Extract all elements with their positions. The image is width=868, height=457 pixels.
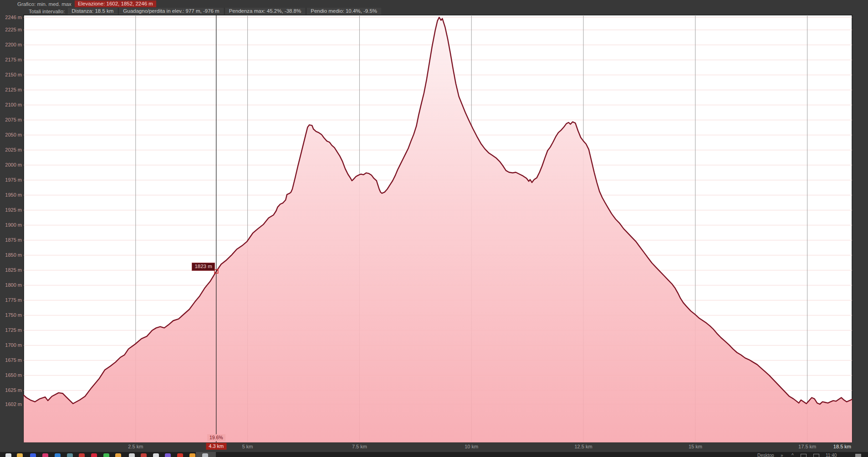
y-axis-label: 1875 m	[0, 237, 22, 243]
cursor-elevation-tooltip: 1823 m	[192, 263, 214, 271]
elevation-profile-chart[interactable]	[0, 0, 868, 452]
y-axis-label: 1675 m	[0, 357, 22, 363]
y-axis-label: 1800 m	[0, 282, 22, 288]
x-axis-label: 17.5 km	[798, 444, 816, 449]
red5-app-icon[interactable]	[177, 453, 183, 457]
cursor-grade-badge: 19.6%	[207, 434, 225, 441]
y-axis-label: 1775 m	[0, 297, 22, 303]
y-axis-label: 1700 m	[0, 342, 22, 348]
x-axis-label: 2.5 km	[128, 444, 143, 449]
y-axis-label: 2225 m	[0, 27, 22, 33]
active-app-icon[interactable]	[202, 453, 208, 457]
y-axis-label: 1725 m	[0, 327, 22, 333]
windows-taskbar[interactable]: Desktop » ^ 11:40	[0, 452, 868, 457]
y-axis-label: 2100 m	[0, 102, 22, 108]
x-axis-label: 5 km	[242, 444, 253, 449]
red-circle-app-icon[interactable]	[79, 453, 85, 457]
x-axis-label: 15 km	[689, 444, 702, 449]
y-axis-label: 2150 m	[0, 72, 22, 78]
whatsapp-icon[interactable]	[103, 453, 109, 457]
camera-app-icon[interactable]	[129, 453, 135, 457]
x-axis-label: 7.5 km	[352, 444, 367, 449]
y-axis-label: 1650 m	[0, 372, 22, 378]
notepad-icon[interactable]	[153, 453, 159, 457]
edge-icon[interactable]	[55, 453, 61, 457]
monitor-tray-icon[interactable]	[801, 454, 807, 457]
purple-app-icon[interactable]	[165, 453, 171, 457]
y-axis-label: 2050 m	[0, 132, 22, 138]
y-axis-label: 1750 m	[0, 312, 22, 318]
pen-app-icon[interactable]	[141, 453, 147, 457]
instagram-icon[interactable]	[42, 453, 48, 457]
y-axis-label: 1950 m	[0, 192, 22, 198]
y-axis-label: 2125 m	[0, 87, 22, 93]
facebook-icon[interactable]	[30, 453, 36, 457]
x-axis-label: 10 km	[465, 444, 478, 449]
y-axis-label: 1850 m	[0, 252, 22, 258]
y-axis-label: 2025 m	[0, 147, 22, 153]
y-axis-label: 1602 m	[0, 401, 22, 407]
windows-start-icon[interactable]	[5, 453, 11, 457]
star-app-icon[interactable]	[189, 453, 195, 457]
teal-app-icon[interactable]	[67, 453, 73, 457]
torch-app-icon[interactable]	[115, 453, 121, 457]
taskbar-clock[interactable]: 11:40	[826, 453, 837, 457]
y-axis-label: 2000 m	[0, 162, 22, 168]
y-axis-label: 1925 m	[0, 207, 22, 213]
x-axis-label: 12.5 km	[574, 444, 592, 449]
y-axis-label: 2075 m	[0, 117, 22, 123]
cursor-distance-badge: 4.3 km	[206, 443, 226, 450]
x-axis-end-label: 18.5 km	[833, 444, 851, 449]
desktop-toolbar-label[interactable]: Desktop	[757, 453, 774, 457]
folder-icon[interactable]	[17, 453, 23, 457]
opera-icon[interactable]	[91, 453, 97, 457]
y-axis-label: 1825 m	[0, 267, 22, 273]
y-axis-label: 2246 m	[0, 15, 22, 20]
y-axis-label: 2175 m	[0, 57, 22, 63]
y-axis-label: 2200 m	[0, 42, 22, 48]
tray-caret-icon[interactable]: ^	[791, 453, 794, 457]
speaker-tray-icon[interactable]	[813, 454, 819, 457]
y-axis-label: 1975 m	[0, 177, 22, 183]
y-axis-label: 1900 m	[0, 222, 22, 228]
x-axis: 18.5 km 4.3 km 2.5 km5 km7.5 km10 km12.5…	[0, 442, 868, 452]
y-axis-label: 1625 m	[0, 387, 22, 393]
notification-center-icon[interactable]	[855, 454, 861, 457]
toolbar-chevron-icon[interactable]: »	[781, 453, 783, 457]
